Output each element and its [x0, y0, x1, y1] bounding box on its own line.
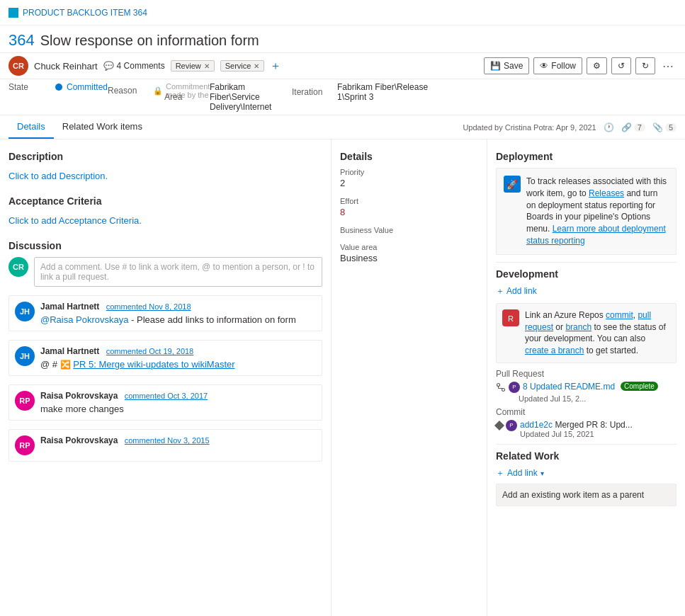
related-work-title: Related Work: [496, 450, 676, 462]
deployment-icon: 🚀: [504, 176, 521, 193]
value-area-value[interactable]: Business: [340, 253, 478, 263]
svg-text:R: R: [508, 314, 514, 323]
complete-badge: Complete: [621, 382, 658, 391]
current-user-avatar: CR: [9, 257, 28, 277]
attachments-badge[interactable]: 📎 5: [652, 122, 676, 132]
follow-label: Follow: [551, 61, 576, 71]
business-value-field: Business Value: [340, 226, 478, 234]
tag-service-remove[interactable]: ✕: [254, 62, 259, 70]
existing-work-box[interactable]: Add an existing work item as a parent: [496, 484, 676, 506]
state-value[interactable]: Committed: [67, 82, 108, 92]
comment-icon: 💬: [103, 61, 114, 71]
dev-info-box: R Link an Azure Repos commit, pull reque…: [496, 303, 676, 363]
gear-icon: ⚙: [593, 61, 601, 71]
deployment-title: Deployment: [496, 151, 676, 162]
comment-4-date[interactable]: commented Nov 3, 2015: [125, 436, 210, 445]
commit-avatar: P: [506, 420, 517, 431]
area-field: Area Fabrikam Fiber\Service Delivery\Int…: [164, 82, 278, 112]
priority-label: Priority: [340, 168, 478, 176]
description-title: Description: [9, 151, 322, 162]
attachments-count: 5: [665, 123, 676, 132]
item-number: 364: [9, 31, 35, 50]
related-work-add-link[interactable]: ＋ Add link ▾: [496, 467, 676, 479]
comment-2-author: Jamal Hartnett: [40, 346, 99, 356]
development-section: Development ＋ Add link R Link an Azure R…: [496, 268, 676, 438]
pr-link[interactable]: PR 5: Merge wiki-updates to wikiMaster: [73, 359, 234, 370]
tab-related-work[interactable]: Related Work items: [54, 115, 151, 139]
pr-section-label: Pull Request: [496, 369, 676, 379]
commit-item: P add1e2c Merged PR 8: Upd... Updated Ju…: [496, 420, 676, 438]
pr-details[interactable]: 8 Updated README.md: [523, 382, 615, 392]
tabs-bar: Details Related Work items Updated by Cr…: [0, 115, 685, 139]
comment-3: RP Raisa Pokrovskaya commented Oct 3, 20…: [9, 384, 322, 421]
user-name: Chuck Reinhart: [34, 61, 98, 72]
description-placeholder[interactable]: Click to add Description.: [9, 168, 322, 184]
comment-3-text: make more changes: [40, 404, 316, 414]
comment-2-meta: Jamal Hartnett commented Oct 19, 2018: [40, 346, 316, 356]
tag-service[interactable]: Service ✕: [220, 60, 265, 72]
effort-field: Effort 8: [340, 197, 478, 217]
commit-link[interactable]: commit: [606, 310, 633, 320]
iteration-value[interactable]: Fabrikam Fiber\Release 1\Sprint 3: [337, 82, 434, 102]
pr-date: Updated Jul 15, 2...: [519, 394, 676, 403]
commit-section-label: Commit: [496, 407, 676, 417]
undo-button[interactable]: ↺: [611, 57, 631, 74]
save-button[interactable]: 💾 Save: [484, 57, 529, 74]
create-branch-link[interactable]: create a branch: [525, 346, 584, 355]
more-button[interactable]: ⋯: [659, 58, 676, 74]
tag-review-remove[interactable]: ✕: [204, 62, 210, 70]
comment-1: JH Jamal Hartnett commented Nov 8, 2018 …: [9, 295, 322, 331]
priority-value[interactable]: 2: [340, 178, 478, 188]
comment-2-date[interactable]: commented Oct 19, 2018: [106, 347, 194, 355]
comment-2-avatar: JH: [15, 346, 35, 366]
comment-4-content: Raisa Pokrovskaya commented Nov 3, 2015: [40, 435, 316, 455]
comment-1-body: - Please add links to information on for…: [131, 314, 296, 325]
priority-field: Priority 2: [340, 168, 478, 188]
area-label: Area: [164, 92, 207, 102]
effort-value[interactable]: 8: [340, 207, 478, 217]
add-tag-button[interactable]: ＋: [270, 59, 281, 74]
comment-3-avatar: RP: [15, 391, 35, 411]
item-title[interactable]: Slow response on information form: [40, 33, 259, 49]
add-link-label: Add link: [506, 286, 537, 296]
links-badge[interactable]: 🔗 7: [621, 122, 645, 132]
reason-label: Reason: [108, 86, 150, 96]
comment-2-at: @ #: [40, 359, 60, 370]
comment-3-date[interactable]: commented Oct 3, 2017: [125, 392, 208, 400]
branch-link[interactable]: branch: [565, 322, 591, 332]
dev-divider: [496, 262, 676, 263]
history-icon: 🕐: [604, 122, 614, 132]
add-link-plus-icon: ＋: [496, 467, 504, 479]
commit-diamond-icon: [494, 421, 504, 430]
learn-more-link[interactable]: Learn more about deployment status repor…: [526, 224, 666, 246]
dev-add-link[interactable]: ＋ Add link: [496, 285, 676, 297]
save-label: Save: [504, 61, 523, 71]
comment-1-content: Jamal Hartnett commented Nov 8, 2018 @Ra…: [40, 302, 316, 325]
follow-button[interactable]: 👁 Follow: [533, 57, 582, 74]
deployment-section: Deployment 🚀 To track releases associate…: [496, 151, 676, 255]
comment-3-author: Raisa Pokrovskaya: [40, 391, 118, 401]
tab-details[interactable]: Details: [9, 115, 54, 139]
history-badge[interactable]: 🕐: [604, 122, 614, 132]
toolbar-right: 💾 Save 👁 Follow ⚙ ↺ ↻ ⋯: [484, 57, 676, 74]
redo-button[interactable]: ↻: [635, 57, 655, 74]
settings-button[interactable]: ⚙: [587, 57, 607, 74]
comment-1-date[interactable]: commented Nov 8, 2018: [106, 302, 191, 311]
comment-1-avatar: JH: [15, 302, 35, 321]
links-icon: 🔗: [621, 122, 632, 132]
releases-link[interactable]: Releases: [589, 188, 624, 198]
deployment-text: To track releases associated with this w…: [526, 176, 669, 247]
pr-icon: [496, 382, 506, 392]
description-section: Description Click to add Description.: [9, 151, 322, 184]
existing-work-text: Add an existing work item as a parent: [502, 490, 644, 500]
acceptance-placeholder[interactable]: Click to add Acceptance Criteria.: [9, 212, 322, 229]
commit-hash[interactable]: add1e2c: [520, 420, 553, 430]
top-bar-title: PRODUCT BACKLOG ITEM 364: [23, 8, 147, 18]
area-value[interactable]: Fabrikam Fiber\Service Delivery\Internet: [210, 82, 278, 112]
links-count: 7: [634, 123, 645, 132]
undo-icon: ↺: [618, 61, 625, 71]
comment-input[interactable]: Add a comment. Use # to link a work item…: [34, 257, 322, 287]
tag-review[interactable]: Review ✕: [171, 60, 215, 72]
far-right-panel: Deployment 🚀 To track releases associate…: [487, 139, 685, 616]
comment-2-text: @ # 🔀 PR 5: Merge wiki-updates to wikiMa…: [40, 359, 316, 370]
